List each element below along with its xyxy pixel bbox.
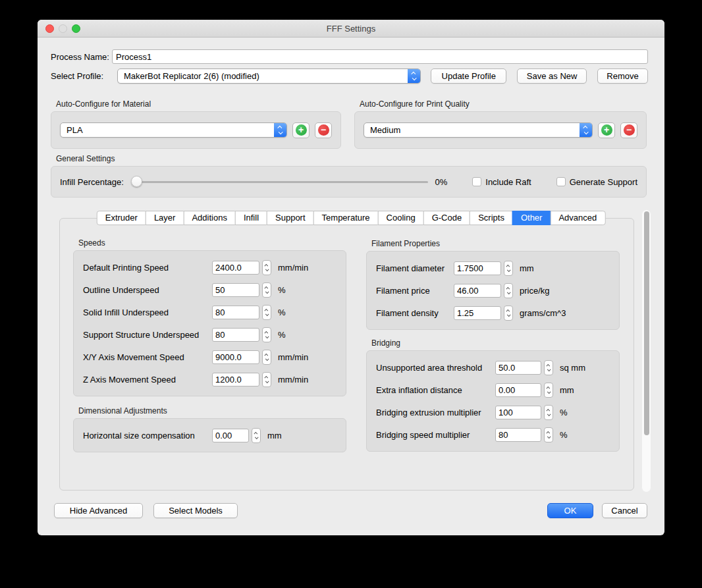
tab-advanced[interactable]: Advanced [550, 211, 605, 225]
stepper-control[interactable] [262, 327, 271, 342]
stepper-control[interactable] [544, 427, 553, 442]
stepper-up-icon[interactable] [264, 286, 268, 290]
save-as-new-button[interactable]: Save as New [517, 68, 587, 84]
stepper-control[interactable] [262, 260, 271, 275]
stepper-up-icon[interactable] [264, 263, 268, 267]
stepper-down-icon[interactable] [547, 367, 551, 371]
stepper-control[interactable] [544, 383, 553, 398]
stepper-control[interactable] [504, 306, 513, 321]
cancel-button[interactable]: Cancel [602, 503, 647, 518]
tab-cooling[interactable]: Cooling [378, 211, 424, 225]
titlebar[interactable]: FFF Settings [38, 20, 664, 38]
stepper-control[interactable] [504, 283, 513, 298]
stepper-up-icon[interactable] [264, 308, 268, 312]
stepper-down-icon[interactable] [507, 313, 511, 317]
dropdown-stepper-icon [408, 69, 420, 83]
update-profile-button[interactable]: Update Profile [431, 68, 506, 84]
stepper-up-icon[interactable] [506, 309, 510, 313]
stepper-control[interactable] [544, 360, 553, 375]
stepper-down-icon[interactable] [265, 379, 269, 383]
unit-label: price/kg [520, 286, 550, 296]
number-input[interactable] [212, 328, 259, 342]
stepper-down-icon[interactable] [547, 390, 551, 394]
number-input[interactable] [495, 361, 541, 375]
vertical-scrollbar[interactable] [641, 209, 651, 493]
stepper-down-icon[interactable] [255, 435, 259, 439]
unit-label: sq mm [560, 363, 585, 373]
filament-properties-group: Filament Properties Filament diametermmF… [366, 239, 620, 330]
stepper-up-icon[interactable] [546, 386, 550, 390]
number-input[interactable] [454, 261, 501, 275]
remove-quality-button[interactable]: − [620, 122, 637, 138]
infill-slider[interactable] [132, 176, 429, 188]
add-material-button[interactable]: + [292, 122, 310, 138]
number-input[interactable] [212, 373, 259, 387]
remove-material-button[interactable]: − [315, 122, 332, 138]
stepper-control[interactable] [262, 372, 271, 387]
tab-other[interactable]: Other [512, 211, 551, 225]
infill-percentage-value: 0% [435, 177, 447, 187]
stepper-control[interactable] [262, 350, 271, 365]
row-label: Bridging speed multiplier [376, 430, 495, 440]
profile-dropdown[interactable]: MakerBot Replicator 2(6) (modified) [117, 68, 421, 84]
stepper-control[interactable] [544, 405, 553, 420]
stepper-up-icon[interactable] [264, 331, 268, 334]
number-input[interactable] [495, 383, 541, 397]
add-quality-button[interactable]: + [598, 122, 615, 138]
ok-button[interactable]: OK [547, 503, 593, 518]
number-input[interactable] [212, 350, 259, 364]
slider-thumb[interactable] [131, 176, 142, 187]
stepper-up-icon[interactable] [264, 375, 268, 379]
select-profile-row: Select Profile: MakerBot Replicator 2(6)… [51, 68, 648, 84]
stepper-up-icon[interactable] [546, 431, 550, 435]
tab-support[interactable]: Support [267, 211, 314, 225]
tab-extruder[interactable]: Extruder [97, 211, 146, 225]
stepper-down-icon[interactable] [507, 290, 511, 294]
number-input[interactable] [454, 284, 501, 298]
remove-button[interactable]: Remove [597, 68, 648, 84]
stepper-up-icon[interactable] [546, 363, 550, 367]
stepper-control[interactable] [262, 282, 271, 298]
stepper-down-icon[interactable] [265, 267, 269, 271]
generate-support-checkbox[interactable] [556, 177, 566, 186]
dimensional-adjustments-title: Dimensional Adjustments [78, 406, 346, 415]
scrollbar-thumb[interactable] [644, 211, 649, 435]
hide-advanced-button[interactable]: Hide Advanced [54, 503, 143, 518]
stepper-down-icon[interactable] [265, 357, 269, 361]
stepper-up-icon[interactable] [264, 353, 268, 357]
number-input[interactable] [212, 429, 249, 442]
stepper-down-icon[interactable] [265, 290, 269, 294]
stepper-down-icon[interactable] [265, 312, 269, 316]
unit-label: grams/cm^3 [520, 308, 566, 318]
tab-layer[interactable]: Layer [146, 211, 184, 225]
stepper-control[interactable] [262, 305, 271, 320]
stepper-up-icon[interactable] [254, 431, 257, 435]
stepper-down-icon[interactable] [507, 268, 511, 272]
tab-infill[interactable]: Infill [235, 211, 267, 225]
stepper-down-icon[interactable] [547, 412, 551, 416]
number-input[interactable] [212, 261, 259, 275]
quality-dropdown[interactable]: Medium [364, 122, 593, 138]
tab-additions[interactable]: Additions [183, 211, 235, 225]
number-input[interactable] [495, 428, 541, 442]
material-dropdown[interactable]: PLA [60, 122, 287, 138]
tab-scripts[interactable]: Scripts [470, 211, 513, 225]
tab-temperature[interactable]: Temperature [313, 211, 379, 225]
number-input[interactable] [212, 306, 259, 319]
stepper-up-icon[interactable] [506, 264, 510, 268]
stepper-up-icon[interactable] [506, 286, 510, 290]
stepper-up-icon[interactable] [546, 408, 550, 412]
stepper-down-icon[interactable] [265, 334, 269, 338]
number-input[interactable] [495, 406, 541, 419]
stepper-down-icon[interactable] [547, 435, 551, 439]
process-name-input[interactable] [112, 49, 648, 64]
tab-g-code[interactable]: G-Code [423, 211, 471, 225]
stepper-control[interactable] [504, 261, 513, 276]
include-raft-checkbox[interactable] [472, 177, 481, 186]
number-input[interactable] [454, 306, 501, 320]
number-input[interactable] [212, 283, 259, 297]
unit-label: % [560, 430, 568, 440]
select-models-button[interactable]: Select Models [153, 503, 238, 518]
stepper-control[interactable] [252, 428, 261, 443]
slider-track[interactable] [132, 181, 429, 183]
